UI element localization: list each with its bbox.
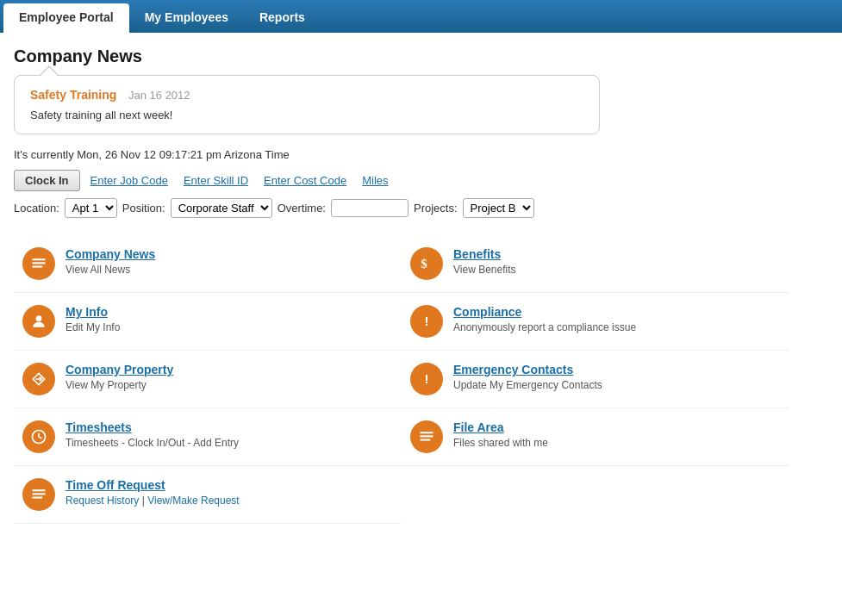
clock-bar: Clock In Enter Job Code Enter Skill ID E… <box>14 170 828 191</box>
my-info-link[interactable]: My Info <box>65 305 120 319</box>
emergency-contacts-icon: ! <box>410 363 443 395</box>
news-box: Safety Training Jan 16 2012 Safety train… <box>14 75 600 134</box>
miles-button[interactable]: Miles <box>357 171 393 190</box>
company-news-desc: View All News <box>65 264 155 276</box>
file-area-desc: Files shared with me <box>453 437 548 449</box>
nav-tab-employee-portal[interactable]: Employee Portal <box>3 3 129 33</box>
svg-rect-14 <box>33 493 46 495</box>
enter-job-code-button[interactable]: Enter Job Code <box>85 171 173 190</box>
enter-skill-id-button[interactable]: Enter Skill ID <box>178 171 253 190</box>
location-select[interactable]: Apt 1 <box>65 198 117 218</box>
position-label: Position: <box>122 202 165 215</box>
timesheets-text: Timesheets Timesheets - Clock In/Out - A… <box>65 420 239 449</box>
my-info-text: My Info Edit My Info <box>65 305 120 333</box>
menu-item-my-info: My Info Edit My Info <box>14 293 402 351</box>
benefits-link[interactable]: Benefits <box>453 247 516 261</box>
menu-item-file-area: File Area Files shared with me <box>402 408 789 466</box>
time-off-request-icon <box>22 478 55 511</box>
svg-rect-12 <box>421 439 431 441</box>
menu-grid: Company News View All News $ Benefits Vi… <box>14 235 789 524</box>
time-off-request-link[interactable]: Time Off Request <box>65 478 240 492</box>
svg-rect-11 <box>421 435 433 437</box>
svg-point-4 <box>36 315 42 321</box>
enter-cost-code-button[interactable]: Enter Cost Code <box>259 171 352 190</box>
menu-item-benefits: $ Benefits View Benefits <box>402 235 789 293</box>
svg-text:$: $ <box>421 257 427 271</box>
file-area-icon <box>410 420 443 453</box>
benefits-icon: $ <box>410 247 443 280</box>
menu-item-timesheets: Timesheets Timesheets - Clock In/Out - A… <box>14 408 402 466</box>
view-make-request-link[interactable]: View/Make Request <box>147 495 240 507</box>
compliance-text: Compliance Anonymously report a complian… <box>453 305 636 333</box>
company-property-icon <box>22 363 55 395</box>
overtime-label: Overtime: <box>278 202 326 215</box>
compliance-desc: Anonymously report a compliance issue <box>453 321 636 333</box>
news-title: Safety Training <box>30 88 116 102</box>
my-info-desc: Edit My Info <box>65 321 120 333</box>
nav-tab-reports[interactable]: Reports <box>244 0 321 33</box>
svg-rect-10 <box>421 432 433 433</box>
company-news-icon <box>22 247 55 280</box>
page-title: Company News <box>14 47 828 66</box>
company-property-text: Company Property View My Property <box>65 363 173 391</box>
main-content: Company News Safety Training Jan 16 2012… <box>0 33 842 616</box>
benefits-text: Benefits View Benefits <box>453 247 516 276</box>
location-bar: Location: Apt 1 Position: Corporate Staf… <box>14 198 828 218</box>
svg-rect-0 <box>33 258 46 260</box>
company-property-desc: View My Property <box>65 379 173 391</box>
timesheets-desc: Timesheets - Clock In/Out - Add Entry <box>65 437 239 449</box>
menu-item-company-news: Company News View All News <box>14 235 402 293</box>
company-news-text: Company News View All News <box>65 247 155 276</box>
time-off-request-text: Time Off Request Request History | View/… <box>65 478 240 507</box>
menu-item-company-property: Company Property View My Property <box>14 351 402 408</box>
my-info-icon <box>22 305 55 338</box>
time-off-request-desc: Request History | View/Make Request <box>65 495 240 507</box>
news-body: Safety training all next week! <box>30 109 583 121</box>
menu-item-time-off-request: Time Off Request Request History | View/… <box>14 466 402 524</box>
file-area-text: File Area Files shared with me <box>453 420 548 449</box>
emergency-contacts-link[interactable]: Emergency Contacts <box>453 363 602 376</box>
compliance-link[interactable]: Compliance <box>453 305 636 319</box>
benefits-desc: View Benefits <box>453 264 516 276</box>
timesheets-icon <box>22 420 55 453</box>
overtime-input[interactable] <box>331 199 409 217</box>
menu-item-compliance: ! Compliance Anonymously report a compli… <box>402 293 789 351</box>
projects-select[interactable]: Project B <box>463 198 534 218</box>
timesheets-link[interactable]: Timesheets <box>65 420 239 434</box>
projects-label: Projects: <box>414 202 458 215</box>
nav-tab-my-employees[interactable]: My Employees <box>129 0 244 33</box>
news-header: Safety Training Jan 16 2012 <box>30 88 583 102</box>
svg-rect-2 <box>33 266 43 268</box>
clock-in-button[interactable]: Clock In <box>14 170 80 191</box>
svg-rect-1 <box>33 262 46 264</box>
svg-text:!: ! <box>425 371 429 386</box>
svg-rect-13 <box>33 489 46 491</box>
svg-text:!: ! <box>425 314 429 328</box>
file-area-link[interactable]: File Area <box>453 420 548 434</box>
location-label: Location: <box>14 202 59 215</box>
current-time: It's currently Mon, 26 Nov 12 09:17:21 p… <box>14 148 828 161</box>
news-date: Jan 16 2012 <box>128 89 190 102</box>
emergency-contacts-desc: Update My Emergency Contacts <box>453 379 602 391</box>
company-news-link[interactable]: Company News <box>65 247 155 261</box>
menu-item-emergency-contacts: ! Emergency Contacts Update My Emergency… <box>402 351 789 408</box>
svg-rect-15 <box>33 497 43 499</box>
svg-line-9 <box>39 437 41 439</box>
request-history-link[interactable]: Request History <box>65 495 139 507</box>
top-navigation: Employee Portal My Employees Reports <box>0 0 842 33</box>
company-property-link[interactable]: Company Property <box>65 363 173 376</box>
emergency-contacts-text: Emergency Contacts Update My Emergency C… <box>453 363 602 391</box>
position-select[interactable]: Corporate Staff <box>171 198 272 218</box>
compliance-icon: ! <box>410 305 443 338</box>
